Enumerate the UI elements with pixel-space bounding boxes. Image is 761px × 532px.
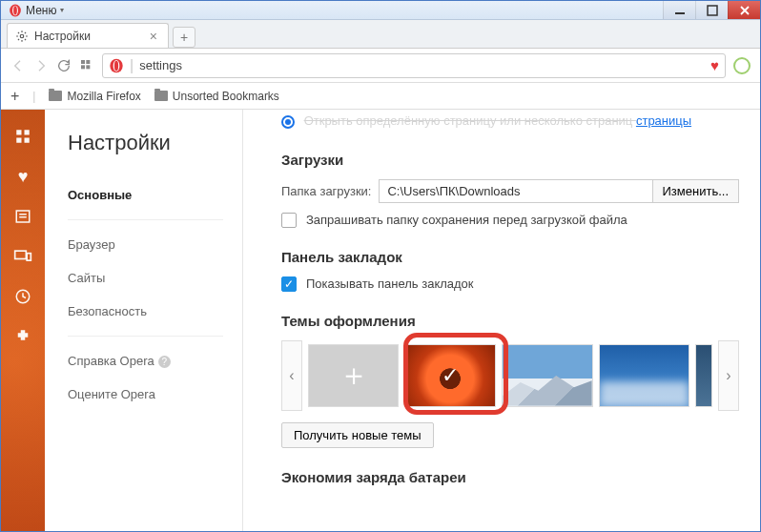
menu-label: Меню	[26, 4, 56, 17]
svg-point-5	[20, 34, 24, 38]
checkbox-label: Показывать панель закладок	[306, 276, 474, 291]
theme-option[interactable]	[599, 344, 690, 407]
checkbox-label: Запрашивать папку сохранения перед загру…	[306, 213, 627, 227]
close-button[interactable]	[728, 1, 760, 19]
folder-icon	[49, 91, 62, 101]
radio-icon	[281, 115, 295, 129]
tab-title: Настройки	[34, 30, 91, 43]
tab-settings[interactable]: Настройки ×	[7, 23, 169, 48]
svg-point-12	[114, 60, 118, 71]
reload-button[interactable]	[56, 58, 72, 73]
svg-rect-16	[25, 138, 30, 143]
change-folder-button[interactable]: Изменить...	[653, 179, 739, 203]
window-controls	[663, 1, 760, 19]
svg-rect-13	[16, 130, 21, 134]
titlebar: Меню ▾	[1, 1, 760, 20]
svg-rect-6	[81, 60, 85, 64]
rail-heart-icon[interactable]: ♥	[13, 167, 32, 186]
tab-strip: Настройки × +	[1, 20, 760, 49]
sidebar-item-rate[interactable]: Оцените Opera	[68, 378, 242, 411]
browser-window: Меню ▾ Настройки × + | ♥	[0, 0, 761, 532]
sync-button[interactable]	[733, 57, 751, 74]
left-rail: ♥	[1, 110, 45, 531]
show-bookmarks-bar-row[interactable]: Показывать панель закладок	[281, 276, 739, 292]
section-themes-heading: Темы оформления	[281, 313, 739, 329]
checkbox-unchecked[interactable]	[281, 213, 297, 228]
minimize-button[interactable]	[663, 1, 695, 19]
add-bookmark-button[interactable]: +	[10, 88, 19, 105]
section-bookmarks-heading: Панель закладок	[281, 249, 739, 265]
bookmark-folder[interactable]: Unsorted Bookmarks	[154, 90, 279, 103]
bookmark-heart-icon[interactable]: ♥	[710, 57, 719, 73]
bookmarks-bar: + | Mozilla Firefox Unsorted Bookmarks	[1, 83, 760, 110]
svg-rect-9	[86, 65, 90, 69]
section-battery-heading: Экономия заряда батареи	[281, 469, 739, 485]
opera-logo-icon	[109, 58, 124, 73]
bookmark-label: Unsorted Bookmarks	[173, 90, 279, 103]
body-area: ♥ Настройки Основные Браузер Сайты Безоп…	[1, 110, 760, 531]
maximize-button[interactable]	[695, 1, 728, 19]
gear-icon	[15, 30, 29, 43]
get-themes-button[interactable]: Получить новые темы	[281, 422, 434, 448]
rail-news-icon[interactable]	[13, 207, 32, 226]
bookmark-label: Mozilla Firefox	[67, 90, 140, 103]
tab-close-button[interactable]: ×	[147, 29, 160, 44]
sidebar-item-sites[interactable]: Сайты	[68, 261, 242, 295]
theme-option-selected[interactable]: ✓	[404, 344, 496, 407]
download-folder-row: Папка загрузки: Изменить...	[281, 179, 739, 203]
rail-devices-icon[interactable]	[13, 247, 32, 266]
svg-rect-15	[16, 138, 21, 143]
download-folder-input[interactable]	[379, 179, 652, 203]
download-folder-label: Папка загрузки:	[281, 179, 379, 203]
back-button[interactable]	[10, 58, 26, 73]
svg-rect-7	[86, 60, 90, 64]
startup-option-row[interactable]: Открыть определённую страницу или нескол…	[281, 110, 739, 131]
rail-extensions-icon[interactable]	[13, 327, 32, 346]
opera-logo-icon	[9, 4, 22, 17]
chevron-down-icon: ▾	[60, 6, 64, 14]
svg-rect-14	[25, 130, 30, 134]
toolbar: | ♥	[1, 49, 760, 83]
section-downloads-heading: Загрузки	[281, 152, 739, 168]
svg-rect-8	[81, 65, 85, 69]
sidebar-item-basic[interactable]: Основные	[68, 178, 242, 212]
ask-before-download-row[interactable]: Запрашивать папку сохранения перед загру…	[281, 213, 739, 228]
settings-content: Открыть определённую страницу или нескол…	[243, 110, 760, 531]
folder-icon	[154, 91, 168, 101]
settings-sidebar: Настройки Основные Браузер Сайты Безопас…	[45, 110, 243, 531]
set-pages-link[interactable]: страницы	[636, 113, 691, 128]
page-title: Настройки	[68, 131, 242, 155]
svg-rect-3	[675, 12, 685, 14]
bookmark-folder[interactable]: Mozilla Firefox	[49, 90, 140, 103]
theme-option-partial[interactable]	[695, 344, 712, 407]
rail-history-icon[interactable]	[13, 287, 32, 306]
check-icon: ✓	[405, 345, 495, 406]
new-tab-button[interactable]: +	[173, 27, 195, 48]
opera-menu-button[interactable]: Меню ▾	[1, 1, 72, 19]
rail-speed-dial-icon[interactable]	[13, 127, 32, 146]
speed-dial-button[interactable]	[79, 58, 94, 73]
svg-rect-20	[15, 251, 27, 258]
address-input[interactable]	[139, 58, 705, 72]
checkbox-checked[interactable]	[281, 276, 297, 292]
themes-carousel: ‹ ＋ ✓ ›	[281, 340, 739, 411]
svg-rect-4	[708, 6, 717, 15]
svg-rect-21	[27, 254, 31, 261]
forward-button[interactable]	[33, 58, 49, 73]
address-bar[interactable]: | ♥	[102, 53, 726, 78]
theme-add-button[interactable]: ＋	[308, 344, 400, 407]
theme-option[interactable]	[502, 344, 593, 407]
carousel-next-button[interactable]: ›	[718, 340, 739, 411]
sidebar-item-help[interactable]: Справка Opera?	[68, 344, 242, 378]
carousel-prev-button[interactable]: ‹	[281, 340, 302, 411]
sidebar-item-browser[interactable]: Браузер	[68, 228, 242, 261]
sidebar-item-security[interactable]: Безопасность	[68, 295, 242, 328]
help-icon: ?	[158, 356, 171, 368]
svg-point-2	[13, 6, 17, 14]
